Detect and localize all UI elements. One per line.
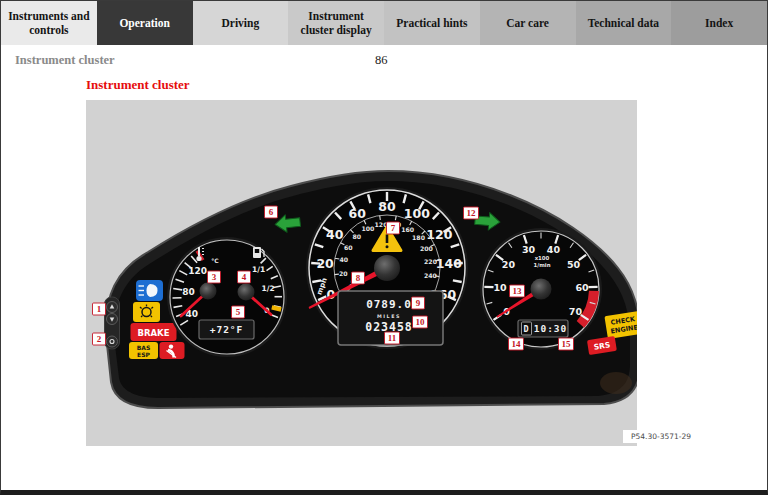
svg-text:20: 20 [502,259,516,270]
svg-text:4: 4 [242,272,247,282]
callout-8: 8 [352,272,365,284]
clock-value: 10:30 [534,323,568,334]
callout-1: 1 [93,303,106,315]
housing-reflection [600,372,632,394]
tab-index[interactable]: Index [671,1,767,45]
svg-text:15: 15 [562,339,572,349]
breadcrumb-section: Instrument cluster [15,53,115,68]
high-beam-icon [147,284,158,297]
tach-needle-hub [531,279,552,300]
svg-text:7: 7 [391,223,396,233]
svg-text:50: 50 [567,259,581,270]
figure-code-label: P54.30-3571-29 [623,430,691,443]
svg-text:ESP: ESP [137,351,150,358]
fuel-needle-hub [238,284,255,301]
callout-6: 6 [265,206,278,218]
svg-text:30: 30 [522,244,536,255]
manual-page: Instruments and controls Operation Drivi… [0,0,768,495]
svg-text:BAS: BAS [137,344,151,351]
svg-text:6: 6 [269,207,274,217]
tach-multiplier-label: x100 [535,255,550,261]
svg-text:70: 70 [569,306,583,317]
tab-technical-data[interactable]: Technical data [576,1,672,45]
svg-text:40: 40 [547,244,561,255]
svg-text:14: 14 [512,339,522,349]
svg-text:20: 20 [316,256,334,271]
svg-text:+72°F: +72°F [210,324,244,335]
callout-12: 12 [464,207,479,219]
total-odometer-value: 023458 [365,320,413,334]
lamp-failure-lamp [133,302,160,322]
svg-text:3: 3 [212,272,217,282]
svg-text:10: 10 [416,317,426,327]
svg-text:120: 120 [188,266,207,276]
svg-text:12: 12 [467,208,477,218]
tach-unit-label: 1/min [533,262,550,268]
temp-unit-label: °C [211,257,219,264]
temp-needle-hub [200,283,217,300]
svg-text:80: 80 [378,199,396,214]
svg-text:1/1: 1/1 [252,265,265,274]
svg-text:40: 40 [326,227,344,242]
tab-car-care[interactable]: Car care [480,1,576,45]
tab-operation-active[interactable]: Operation [97,1,193,45]
svg-text:60: 60 [575,282,589,293]
odometer-unit-label: MILES [377,314,401,319]
svg-text:1/2: 1/2 [262,284,275,293]
svg-text:BRAKE: BRAKE [138,328,170,338]
temp-fuel-gauge: 4080120 °C 01/21/1 +72 [167,237,287,357]
svg-text:200: 200 [420,245,434,252]
svg-text:160: 160 [401,226,415,233]
tab-driving[interactable]: Driving [193,1,289,45]
callout-13: 13 [510,285,525,297]
svg-text:11: 11 [388,333,397,343]
brake-lamp: BRAKE [131,323,177,341]
svg-text:80: 80 [182,287,195,297]
svg-text:80: 80 [352,233,361,240]
callout-9: 9 [412,297,425,309]
callout-15: 15 [559,338,574,350]
page-number: 86 [375,53,388,68]
svg-text:1: 1 [97,304,102,314]
svg-text:8: 8 [356,273,361,283]
svg-text:180: 180 [412,234,426,241]
svg-text:20: 20 [339,270,348,277]
svg-text:10: 10 [493,282,507,293]
svg-text:100: 100 [361,225,375,232]
bas-esp-lamp: BAS ESP [129,342,158,359]
trip-odometer-value: 0789.0 [366,298,412,311]
speedometer: 020406080100120140160 204060801001201401… [306,187,468,349]
seat-belt-lamp [160,342,185,359]
callout-10: 10 [413,316,428,328]
speedo-needle-hub [374,255,400,281]
svg-text:40: 40 [339,256,348,263]
tab-bar: Instruments and controls Operation Drivi… [1,1,767,45]
instrument-cluster-figure: BRAKE BAS ESP 4080120 °C [86,100,637,446]
svg-text:2: 2 [97,334,102,344]
cluster-adjust-button-up [107,302,118,313]
high-beam-lamp [136,280,163,301]
svg-text:13: 13 [513,286,523,296]
tab-instruments-and-controls[interactable]: Instruments and controls [1,1,97,45]
callout-4: 4 [238,271,251,283]
gear-indicator-value: D [523,324,529,334]
tachometer: 010203040506070 x100 1/min D 10:30 [480,228,602,350]
svg-text:120: 120 [426,227,452,242]
cluster-svg: BRAKE BAS ESP 4080120 °C [86,100,637,446]
svg-text:220: 220 [424,258,438,265]
callout-5: 5 [232,306,245,318]
callout-7: 7 [387,222,400,234]
clock-set-button [107,336,118,347]
page-title: Instrument cluster [86,77,190,93]
svg-text:9: 9 [416,298,421,308]
svg-text:60: 60 [344,244,353,251]
callout-3: 3 [208,271,221,283]
tab-practical-hints[interactable]: Practical hints [384,1,480,45]
clock-gear-display: D 10:30 [518,320,568,337]
fuel-reserve-mark [272,307,281,309]
cluster-adjust-button-down [107,314,118,325]
svg-text:240: 240 [424,272,438,279]
callout-2: 2 [93,333,106,345]
tab-instrument-cluster-display[interactable]: Instrument cluster display [288,1,384,45]
svg-text:60: 60 [348,206,366,221]
